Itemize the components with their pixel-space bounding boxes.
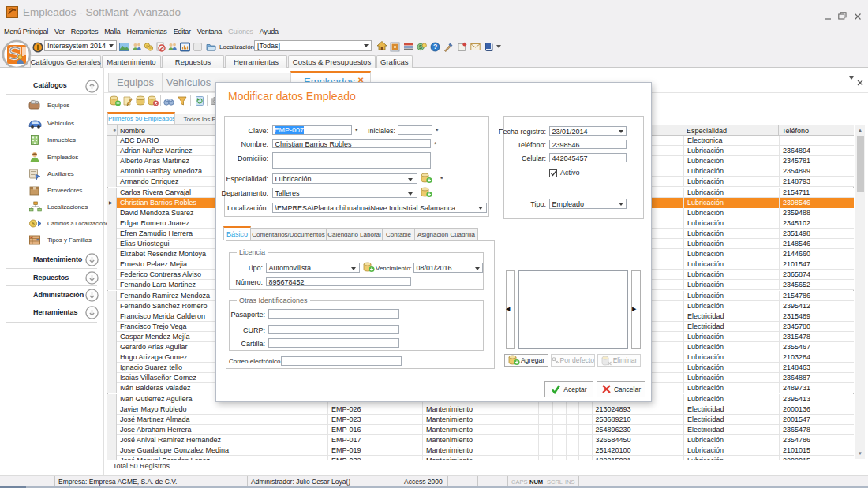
svg-text:?: ? [433,43,437,50]
svg-text:$: $ [419,44,422,50]
svg-text:$: $ [32,221,35,226]
